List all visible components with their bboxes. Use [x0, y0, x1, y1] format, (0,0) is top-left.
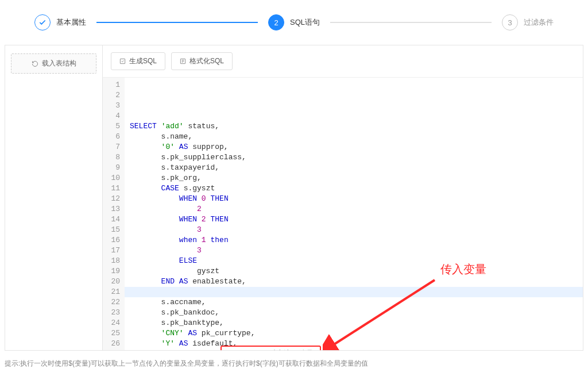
- load-table-structure-label: 载入表结构: [42, 59, 76, 68]
- code-line[interactable]: END AS enablestate,: [125, 277, 583, 287]
- code-line[interactable]: s.pk_supplierclass,: [125, 152, 583, 163]
- format-icon: [180, 58, 186, 64]
- steps-header: 基本属性 2 SQL语句 3 过滤条件: [0, 0, 588, 39]
- step-number: 3: [502, 14, 518, 30]
- code-line[interactable]: SELECT 'add' status,: [125, 121, 583, 132]
- load-table-structure-button[interactable]: 载入表结构: [11, 53, 96, 74]
- code-line[interactable]: s.name,: [125, 132, 583, 142]
- code-line[interactable]: 3: [125, 225, 583, 235]
- main-panel: 载入表结构 生成SQL 格式化SQL 123456789101112131415…: [5, 45, 583, 351]
- hint-text: 提示:执行一次时使用$(变量)可以获取上一节点传入的变量及全局变量，逐行执行时$…: [0, 351, 588, 372]
- code-line[interactable]: s.accname,: [125, 297, 583, 308]
- code-line[interactable]: s.pk_org,: [125, 173, 583, 183]
- code-line[interactable]: 'Y' AS isdefault,: [125, 339, 583, 349]
- step-label: 基本属性: [56, 17, 86, 28]
- code-line[interactable]: 2: [125, 204, 583, 214]
- sidebar: 载入表结构: [5, 45, 103, 350]
- step-sql[interactable]: 2 SQL语句: [268, 14, 320, 30]
- step-connector: [330, 22, 492, 23]
- code-line[interactable]: WHEN 2 THEN: [125, 214, 583, 225]
- code-line[interactable]: gyszt: [125, 266, 583, 277]
- check-icon: [34, 14, 51, 30]
- code-area[interactable]: SELECT 'add' status, s.name, '0' AS supp…: [125, 78, 583, 350]
- format-sql-button[interactable]: 格式化SQL: [171, 52, 233, 70]
- step-connector: [96, 22, 258, 23]
- svg-rect-0: [120, 59, 125, 63]
- code-line[interactable]: s.dyoalcbh def5, ---OA对应流程编号: [125, 349, 583, 350]
- code-line[interactable]: s.pk_bankdoc,: [125, 308, 583, 318]
- code-line[interactable]: [125, 287, 583, 297]
- sql-editor[interactable]: 1234567891011121314151617181920212223242…: [103, 78, 583, 350]
- format-sql-label: 格式化SQL: [189, 56, 224, 66]
- code-line[interactable]: '0' AS supprop,: [125, 142, 583, 152]
- step-filter[interactable]: 3 过滤条件: [502, 14, 554, 30]
- code-line[interactable]: CASE s.gyszt: [125, 183, 583, 194]
- line-gutter: 1234567891011121314151617181920212223242…: [103, 78, 125, 350]
- generate-icon: [119, 58, 126, 64]
- generate-sql-label: 生成SQL: [129, 56, 157, 66]
- code-line[interactable]: 'CNY' AS pk_currtype,: [125, 328, 583, 339]
- step-basic-props[interactable]: 基本属性: [34, 14, 86, 30]
- code-line[interactable]: 3: [125, 246, 583, 256]
- reload-icon: [32, 60, 38, 67]
- toolbar: 生成SQL 格式化SQL: [103, 45, 583, 78]
- code-line[interactable]: WHEN 0 THEN: [125, 194, 583, 204]
- code-line[interactable]: when 1 then: [125, 235, 583, 246]
- step-number: 2: [268, 14, 284, 30]
- code-line[interactable]: ELSE: [125, 256, 583, 266]
- generate-sql-button[interactable]: 生成SQL: [111, 52, 165, 70]
- step-label: SQL语句: [290, 17, 320, 28]
- code-line[interactable]: s.pk_banktype,: [125, 318, 583, 328]
- code-line[interactable]: s.taxpayerid,: [125, 163, 583, 173]
- step-label: 过滤条件: [524, 17, 554, 28]
- content-area: 生成SQL 格式化SQL 123456789101112131415161718…: [103, 45, 583, 350]
